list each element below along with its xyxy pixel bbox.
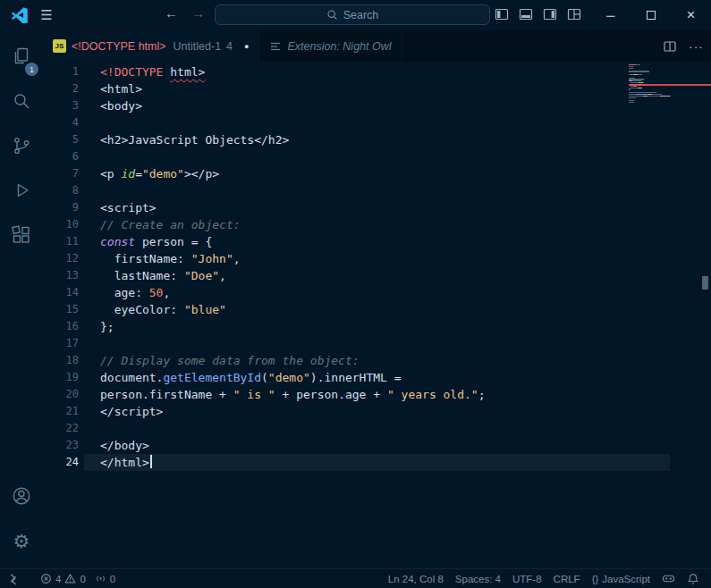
code-line-18[interactable]: 18// Display some data from the object: <box>43 352 626 369</box>
more-actions-icon[interactable]: ··· <box>689 39 704 54</box>
remote-indicator[interactable] <box>0 569 27 588</box>
line-number: 3 <box>43 97 79 114</box>
tab-untitled-1[interactable]: JS <!DOCTYPE html> Untitled-1 4 ● <box>43 30 259 62</box>
code-line-12[interactable]: 12 firstName: "John", <box>43 250 626 267</box>
line-number: 18 <box>43 352 79 369</box>
code-line-24[interactable]: 24</html> <box>43 454 626 471</box>
search-placeholder: Search <box>343 9 379 21</box>
code-line-20[interactable]: 20person.firstName + " is " + person.age… <box>43 386 626 403</box>
explorer-button[interactable]: 1 <box>0 34 43 79</box>
minimap-error-marker <box>629 84 711 86</box>
overview-ruler-marker[interactable] <box>702 276 708 290</box>
line-number: 14 <box>43 284 79 301</box>
toggle-sidebar-right-icon[interactable] <box>543 7 557 21</box>
code-line-15[interactable]: 15 eyeColor: "blue" <box>43 301 626 318</box>
tab-extension-night-owl[interactable]: Extension: Night Owl <box>259 30 402 62</box>
split-editor-icon[interactable] <box>663 39 677 54</box>
account-icon <box>11 485 32 507</box>
code-line-7[interactable]: 7<p id="demo"></p> <box>43 165 626 182</box>
code-line-8[interactable]: 8 <box>43 182 626 199</box>
title-bar: ☰ ← → Search <box>0 0 711 30</box>
menu-icon[interactable]: ☰ <box>38 6 55 24</box>
run-debug-button[interactable] <box>0 168 43 213</box>
minimap-line <box>629 102 684 103</box>
code-line-19[interactable]: 19document.getElementById("demo").innerH… <box>43 369 626 386</box>
code-line-14[interactable]: 14 age: 50, <box>43 284 626 301</box>
forward-arrow-icon[interactable]: → <box>191 5 205 21</box>
language-label: JavaScript <box>602 574 650 584</box>
search-icon <box>326 9 338 21</box>
indentation[interactable]: Spaces: 4 <box>451 569 505 588</box>
editor[interactable]: 1<!DOCTYPE html>2<html>3<body>45<h2>Java… <box>43 62 711 568</box>
code-line-21[interactable]: 21</script> <box>43 403 626 420</box>
status-bar: 4 0 0 Ln 24, Col 8 Spaces: 4 UTF-8 CRL <box>0 568 711 588</box>
code-line-4[interactable]: 4 <box>43 114 626 131</box>
encoding[interactable]: UTF-8 <box>508 569 546 588</box>
search-input[interactable]: Search <box>215 4 490 25</box>
code-line-2[interactable]: 2<html> <box>43 80 626 97</box>
account-button[interactable] <box>0 474 43 518</box>
bell-icon <box>687 573 699 585</box>
maximize-icon <box>647 11 656 20</box>
customize-layout-icon[interactable] <box>567 7 581 21</box>
line-number: 16 <box>43 318 79 335</box>
code-line-13[interactable]: 13 lastName: "Doe", <box>43 267 626 284</box>
extension-page-icon <box>269 40 282 53</box>
copilot-status[interactable] <box>657 569 680 588</box>
settings-button[interactable]: ⚙ <box>0 518 43 563</box>
code-line-22[interactable]: 22 <box>43 420 626 437</box>
code-line-3[interactable]: 3<body> <box>43 97 626 114</box>
code-line-9[interactable]: 9<script> <box>43 199 626 216</box>
code-line-17[interactable]: 17 <box>43 335 626 352</box>
line-number: 2 <box>43 80 79 97</box>
copilot-icon <box>662 572 675 585</box>
eol-sequence[interactable]: CRLF <box>549 569 585 588</box>
code-line-10[interactable]: 10// Create an object: <box>43 216 626 233</box>
line-number: 6 <box>43 148 79 165</box>
minimize-button[interactable]: ─ <box>590 0 631 30</box>
source-control-button[interactable] <box>0 123 43 168</box>
maximize-button[interactable] <box>631 0 671 30</box>
text-cursor <box>150 455 152 468</box>
javascript-file-icon: JS <box>53 39 66 53</box>
tab-description: Untitled-1 <box>174 40 222 53</box>
code-line-23[interactable]: 23</body> <box>43 437 626 454</box>
code-area: 1<!DOCTYPE html>2<html>3<body>45<h2>Java… <box>43 63 626 471</box>
ports-indicator[interactable]: 0 <box>90 569 120 588</box>
broadcast-icon <box>95 573 106 584</box>
notifications-bell[interactable] <box>682 569 704 588</box>
language-mode[interactable]: {} JavaScript <box>588 569 655 588</box>
error-icon <box>40 573 52 584</box>
code-line-1[interactable]: 1<!DOCTYPE html> <box>43 63 626 80</box>
line-number: 1 <box>43 63 79 80</box>
line-number: 11 <box>43 233 79 250</box>
line-number: 9 <box>43 199 79 216</box>
extensions-button[interactable] <box>0 213 43 257</box>
line-number: 12 <box>43 250 79 267</box>
search-sidebar-button[interactable] <box>0 79 43 123</box>
activity-bar: 1 <box>0 30 43 568</box>
cursor-position[interactable]: Ln 24, Col 8 <box>384 569 448 588</box>
close-button[interactable]: × <box>671 0 711 30</box>
line-number: 24 <box>43 454 79 471</box>
line-number: 22 <box>43 420 79 437</box>
line-number: 7 <box>43 165 79 182</box>
ports-count: 0 <box>110 574 115 584</box>
toggle-panel-icon[interactable] <box>519 7 533 21</box>
modified-dot-icon[interactable]: ● <box>244 42 249 51</box>
code-line-6[interactable]: 6 <box>43 148 626 165</box>
code-line-5[interactable]: 5<h2>JavaScript Objects</h2> <box>43 131 626 148</box>
tab-title: Extension: Night Owl <box>287 40 391 53</box>
code-line-16[interactable]: 16}; <box>43 318 626 335</box>
problems-indicator[interactable]: 4 0 <box>36 569 90 588</box>
line-number: 13 <box>43 267 79 284</box>
run-debug-icon <box>11 180 32 201</box>
back-arrow-icon[interactable]: ← <box>165 5 178 21</box>
braces-icon: {} <box>592 574 599 584</box>
vscode-logo-icon <box>12 7 28 23</box>
code-line-11[interactable]: 11const person = { <box>43 233 626 250</box>
source-control-icon <box>11 135 32 156</box>
warning-count: 0 <box>80 574 85 584</box>
line-number: 5 <box>43 131 79 148</box>
toggle-sidebar-left-icon[interactable] <box>495 7 509 21</box>
